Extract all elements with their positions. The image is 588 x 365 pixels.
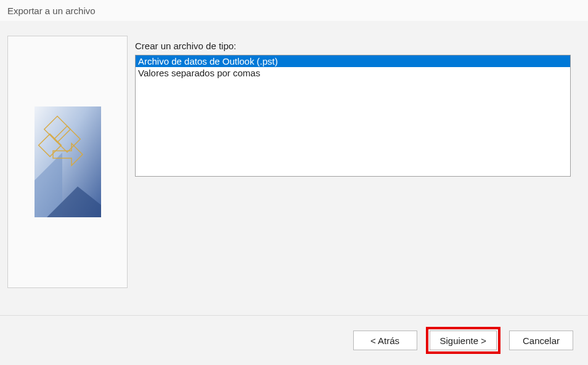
file-type-prompt: Crear un archivo de tipo: <box>135 41 571 51</box>
back-button[interactable]: < Atrás <box>353 331 417 350</box>
wizard-decorative-image <box>35 106 101 217</box>
export-wizard-window: Exportar a un archivo <box>0 0 588 365</box>
next-button[interactable]: Siguiente > <box>430 331 497 350</box>
titlebar: Exportar a un archivo <box>0 0 588 21</box>
main-panel: Crear un archivo de tipo: Archivo de dat… <box>135 36 581 308</box>
next-button-highlight: Siguiente > <box>426 327 500 354</box>
wizard-sidebar <box>7 36 128 288</box>
list-item[interactable]: Archivo de datos de Outlook (.pst) <box>136 55 570 67</box>
window-title: Exportar a un archivo <box>7 6 96 16</box>
cancel-button[interactable]: Cancelar <box>509 331 573 350</box>
list-item[interactable]: Valores separados por comas <box>136 67 570 79</box>
content-area: Crear un archivo de tipo: Archivo de dat… <box>0 21 588 315</box>
file-type-listbox[interactable]: Archivo de datos de Outlook (.pst) Valor… <box>135 55 571 177</box>
wizard-footer: < Atrás Siguiente > Cancelar <box>0 315 588 365</box>
